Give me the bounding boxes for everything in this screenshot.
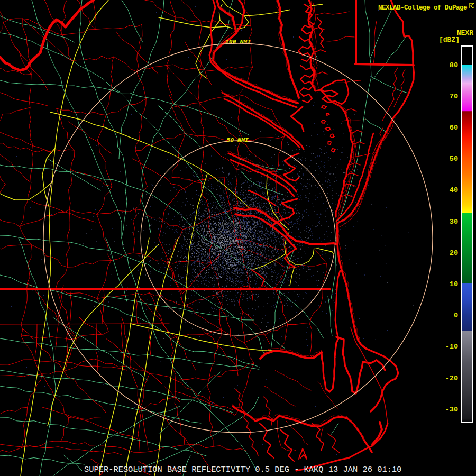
svg-text:50 NMI: 50 NMI (226, 136, 249, 143)
svg-text:80: 80 (450, 61, 458, 69)
svg-text:10: 10 (450, 280, 458, 288)
svg-text:0: 0 (454, 312, 458, 319)
svg-text:-10: -10 (445, 343, 458, 351)
svg-text:100 NMI: 100 NMI (225, 38, 251, 45)
svg-text:[dBZ]: [dBZ] (439, 36, 460, 44)
svg-text:20: 20 (450, 249, 458, 257)
svg-text:SUPER-RESOLUTION BASE REFLECTI: SUPER-RESOLUTION BASE REFLECTIVITY 0.5 D… (84, 465, 401, 474)
svg-text:40: 40 (450, 186, 458, 194)
svg-text:30: 30 (450, 218, 458, 226)
svg-text:50: 50 (450, 155, 458, 163)
svg-text:-30: -30 (445, 406, 458, 414)
svg-text:60: 60 (450, 124, 458, 132)
svg-text:-20: -20 (445, 374, 458, 382)
svg-text:NEXLAB-College of DuPage: NEXLAB-College of DuPage (378, 4, 467, 12)
svg-text:70: 70 (450, 93, 458, 100)
